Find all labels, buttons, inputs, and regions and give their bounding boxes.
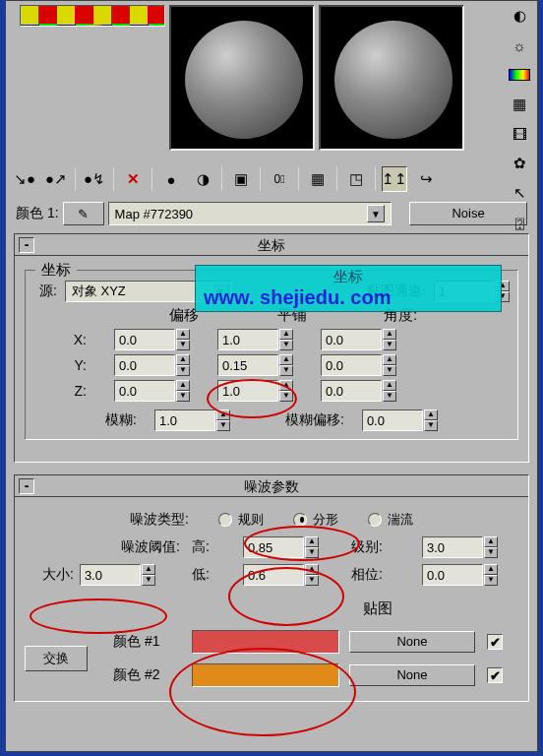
assign-to-selection-icon[interactable]: ●↯ xyxy=(82,166,107,192)
preview-slot-3[interactable] xyxy=(319,5,464,151)
options-icon[interactable]: ✿ xyxy=(509,153,530,174)
watermark-overlay: 坐标 www. shejiedu. com xyxy=(195,265,502,312)
color2-label: 颜色 #2 xyxy=(113,666,182,684)
map-name-dropdown-icon[interactable]: ▼ xyxy=(367,205,385,222)
z-label: Z: xyxy=(63,383,87,399)
color1-map-button[interactable]: None xyxy=(349,631,475,653)
map-name-field[interactable]: Map #772390 ▼ xyxy=(108,202,392,225)
size-label: 大小: xyxy=(42,566,74,584)
get-material-icon[interactable]: ↘● xyxy=(12,166,37,192)
source-label: 源: xyxy=(39,283,57,300)
preview-row xyxy=(6,1,537,151)
material-map-nav-icon[interactable]: ⍰ xyxy=(509,212,530,233)
backlight-icon[interactable]: ☼ xyxy=(509,34,530,56)
collapse-icon[interactable]: - xyxy=(19,237,34,253)
blur-offset-spinner[interactable]: ▲▼ xyxy=(362,410,438,431)
maps-header: 贴图 xyxy=(363,599,518,618)
threshold-label: 噪波阈值: xyxy=(42,538,180,556)
material-id-icon[interactable]: 0⃣ xyxy=(267,166,292,192)
offset-z-spinner[interactable]: ▲▼ xyxy=(114,380,190,402)
rollout-noise-header[interactable]: - 噪波参数 xyxy=(15,475,528,497)
put-to-library-icon[interactable]: ▣ xyxy=(228,166,254,192)
show-in-viewport-icon[interactable]: ▦ xyxy=(305,166,331,192)
color1-swatch[interactable] xyxy=(192,630,339,654)
blur-offset-label: 模糊偏移: xyxy=(285,411,344,429)
size-spinner[interactable]: ▲▼ xyxy=(80,564,155,586)
tiling-z-spinner[interactable]: ▲▼ xyxy=(217,380,293,402)
angle-y-spinner[interactable]: ▲▼ xyxy=(321,354,396,376)
swap-button[interactable]: 交换 xyxy=(25,646,88,671)
phase-label: 相位: xyxy=(351,566,410,584)
make-unique-icon[interactable]: ◑ xyxy=(190,166,215,192)
high-label: 高: xyxy=(192,538,231,556)
color1-map-enable-checkbox[interactable]: ✔ xyxy=(487,634,503,650)
color2-map-button[interactable]: None xyxy=(349,664,475,686)
phase-spinner[interactable]: ▲▼ xyxy=(422,564,518,586)
preview-slot-1[interactable] xyxy=(20,5,165,27)
color2-swatch[interactable] xyxy=(192,663,339,687)
video-check-icon[interactable]: 🎞 xyxy=(509,123,530,145)
angle-z-spinner[interactable]: ▲▼ xyxy=(321,380,396,402)
sample-uv-icon[interactable]: ▦ xyxy=(509,94,530,115)
angle-x-spinner[interactable]: ▲▼ xyxy=(321,329,396,350)
source-value: 对象 XYZ xyxy=(72,283,126,300)
radio-regular[interactable]: 规则 xyxy=(218,511,264,529)
material-editor-panel: ◐ ☼ ▦ 🎞 ✿ ↖ ⍰ ↘● ●↗ ●↯ ✕ ● ◑ ▣ 0⃣ ▦ ◳ ↥↥… xyxy=(5,0,538,752)
rollout-noise-params: - 噪波参数 噪波类型: 规则 分形 湍流 噪波阈值: 高: ▲▼ 级别: ▲▼… xyxy=(14,474,529,702)
low-label: 低: xyxy=(192,566,231,584)
collapse-icon[interactable]: - xyxy=(19,478,34,494)
offset-y-spinner[interactable]: ▲▼ xyxy=(114,354,190,376)
preview-slot-2[interactable] xyxy=(169,5,315,151)
color2-map-enable-checkbox[interactable]: ✔ xyxy=(487,667,503,683)
offset-x-spinner[interactable]: ▲▼ xyxy=(114,329,190,350)
x-label: X: xyxy=(63,332,87,347)
y-label: Y: xyxy=(63,357,87,373)
eyedropper-icon[interactable]: ✎ xyxy=(63,202,104,225)
map-name-text: Map #772390 xyxy=(115,207,367,221)
noise-type-label: 噪波类型: xyxy=(130,511,189,529)
color1-label: 颜色 #1 xyxy=(113,633,182,651)
high-spinner[interactable]: ▲▼ xyxy=(243,536,339,558)
rollout-coordinates-header[interactable]: - 坐标 xyxy=(15,234,528,256)
blur-spinner[interactable]: ▲▼ xyxy=(154,410,230,431)
vertical-toolbar: ◐ ☼ ▦ 🎞 ✿ ↖ ⍰ xyxy=(506,5,533,233)
go-to-parent-icon[interactable]: ↥↥ xyxy=(382,166,407,192)
material-name-row: 颜色 1: ✎ Map #772390 ▼ Noise xyxy=(16,202,527,225)
rollout-noise-title: 噪波参数 xyxy=(244,478,299,494)
select-by-material-icon[interactable]: ↖ xyxy=(509,182,530,204)
levels-label: 级别: xyxy=(351,538,410,556)
show-end-result-icon[interactable]: ◳ xyxy=(343,166,369,192)
rollout-coordinates-title: 坐标 xyxy=(258,237,285,253)
levels-spinner[interactable]: ▲▼ xyxy=(422,536,518,558)
radio-fractal[interactable]: 分形 xyxy=(293,511,338,529)
delete-icon[interactable]: ✕ xyxy=(120,166,146,192)
slot-label: 颜色 1: xyxy=(16,205,59,222)
horizontal-toolbar: ↘● ●↗ ●↯ ✕ ● ◑ ▣ 0⃣ ▦ ◳ ↥↥ ↪ xyxy=(12,162,531,196)
background-icon[interactable] xyxy=(509,64,530,86)
make-copy-icon[interactable]: ● xyxy=(158,166,184,192)
blur-label: 模糊: xyxy=(105,411,137,429)
low-spinner[interactable]: ▲▼ xyxy=(243,564,339,586)
sample-type-icon[interactable]: ◐ xyxy=(509,5,530,27)
coordinates-legend: 坐标 xyxy=(35,261,77,280)
tiling-x-spinner[interactable]: ▲▼ xyxy=(217,329,293,350)
put-material-icon[interactable]: ●↗ xyxy=(43,166,69,192)
tiling-y-spinner[interactable]: ▲▼ xyxy=(217,354,293,376)
radio-turbulence[interactable]: 湍流 xyxy=(368,511,413,529)
go-forward-icon[interactable]: ↪ xyxy=(413,166,439,192)
